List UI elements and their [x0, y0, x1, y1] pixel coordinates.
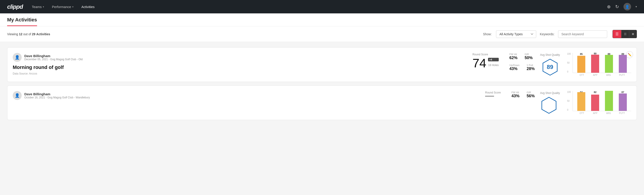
app-bar: 90	[588, 53, 602, 73]
avatar[interactable]: 👤	[624, 3, 631, 10]
ott-bar: 94	[574, 91, 588, 111]
arg-label: ARG	[602, 74, 615, 76]
app-value-label: 82	[594, 91, 596, 94]
round-score-group: Round Score 74 +4 18 Holes	[472, 53, 499, 70]
arg-label: ARG	[602, 112, 615, 114]
card-left: 👤 Dave Billingham October 16, 2021 - Gog…	[13, 91, 480, 103]
quality-section: Avg Shot Quality 89 100 50 0	[540, 53, 631, 76]
putt-label: PUTT	[615, 74, 628, 76]
quality-block: Avg Shot Quality	[540, 92, 560, 114]
activity-type-select[interactable]: All Activity Types	[496, 30, 536, 38]
show-label: Show:	[483, 32, 492, 36]
quality-label: Avg Shot Quality	[540, 92, 560, 94]
add-icon[interactable]: ⊕	[607, 4, 611, 9]
refresh-icon[interactable]: ↻	[615, 4, 619, 9]
user-info: 👤 Dave Billingham December 05, 2021 - Go…	[13, 53, 467, 62]
activity-card: 👤 Dave Billingham October 16, 2021 - Gog…	[7, 86, 637, 120]
updown-stat: Up/Down 43%	[510, 64, 520, 71]
avatar-chevron-icon[interactable]: ▾	[636, 5, 637, 8]
chart-y-labels: 100 50 0	[567, 91, 572, 111]
logo[interactable]: clippd	[7, 3, 23, 10]
app-bar: 82	[588, 91, 602, 111]
chart-y-labels: 100 50 0	[567, 53, 572, 73]
arg-bar: 106	[602, 91, 616, 111]
fw-hit-stat: FW Hit 43%	[512, 91, 520, 98]
navbar: clippd Teams ▾ Performance ▾ Activities …	[0, 0, 644, 14]
nav-item-teams[interactable]: Teams ▾	[32, 1, 44, 13]
grid-view-button[interactable]: ⁝⁝	[622, 30, 629, 38]
putt-bar: 89	[616, 53, 630, 73]
keywords-label: Keywords:	[540, 32, 554, 36]
search-input[interactable]	[558, 30, 607, 38]
compact-list-view-button[interactable]: ≡	[629, 30, 637, 38]
card-left: 👤 Dave Billingham December 05, 2021 - Go…	[13, 53, 467, 75]
round-score-value	[485, 95, 501, 96]
round-score-label: Round Score	[472, 53, 499, 56]
putt-value-label: 87	[622, 91, 624, 94]
score-number: 74	[472, 57, 486, 70]
chevron-down-icon: ▾	[72, 6, 74, 8]
nav-links: Teams ▾ Performance ▾ Activities	[32, 1, 598, 13]
filter-bar: Viewing 12 out of 29 Activities Show: Al…	[0, 26, 644, 42]
list-detail-icon: ☰	[616, 32, 618, 36]
hexagon	[540, 96, 558, 114]
person-icon: 👤	[15, 55, 20, 60]
fw-hit-stat: FW Hit 62%	[510, 53, 518, 60]
chart-x-labels: OTT APP ARG PUTT	[567, 74, 631, 76]
user-name: Dave Billingham	[24, 92, 90, 96]
list-detail-view-button[interactable]: ☰	[613, 30, 622, 38]
round-score-label: Round Score	[485, 91, 501, 94]
round-score-group: Round Score	[485, 91, 501, 96]
nav-right: ⊕ ↻ 👤 ▾	[607, 3, 637, 10]
user-date: October 16, 2021 - Gog Magog Golf Club -…	[24, 96, 90, 99]
compact-list-icon: ≡	[632, 32, 634, 36]
page-header: My Activities	[0, 14, 644, 26]
hexagon-container: 89	[540, 58, 560, 76]
activity-card: ✏️ 👤 Dave Billingham December 05, 2021 -…	[7, 47, 637, 82]
quality-section: Avg Shot Quality 100 50 0 94	[540, 91, 631, 114]
svg-marker-1	[542, 97, 556, 113]
page-title: My Activities	[7, 17, 37, 26]
ott-value-label: 85	[580, 53, 583, 55]
grid-icon: ⁝⁝	[624, 32, 626, 36]
view-toggle: ☰ ⁝⁝ ≡	[612, 30, 637, 38]
chart-x-labels: OTT APP ARG PUTT	[567, 112, 631, 114]
putt-bar: 87	[616, 91, 630, 111]
person-icon: 👤	[15, 93, 20, 98]
putt-label: PUTT	[615, 112, 628, 114]
ott-label: OTT	[575, 112, 588, 114]
user-date: December 05, 2021 - Gog Magog Golf Club …	[24, 58, 82, 61]
user-name: Dave Billingham	[24, 54, 82, 58]
card-stats: Round Score 74 +4 18 Holes FW Hit 62%	[472, 53, 535, 71]
ott-bar: 85	[574, 53, 588, 73]
hexagon: 89	[541, 58, 559, 76]
main-content: ✏️ 👤 Dave Billingham December 05, 2021 -…	[0, 42, 644, 129]
score-diff-badge: +4	[488, 58, 498, 61]
nav-item-activities[interactable]: Activities	[82, 1, 94, 13]
chart-area: 100 50 0 85	[567, 53, 631, 76]
chevron-down-icon: ▾	[43, 6, 44, 8]
score-holes: 18 Holes	[488, 64, 498, 67]
fw-gir-group: FW Hit 43% GIR 56%	[512, 91, 535, 98]
viewing-text: Viewing 12 out of 29 Activities	[7, 32, 479, 36]
quality-label: Avg Shot Quality	[540, 53, 560, 56]
avatar: 👤	[13, 91, 22, 100]
data-source: Data Source: Arccos	[13, 72, 467, 75]
arg-bar: 89	[602, 53, 616, 73]
oneputt-stat: 1 Putt 28%	[527, 64, 535, 71]
score-line	[485, 95, 494, 96]
card-stats: Round Score FW Hit 43% GIR 56%	[485, 91, 535, 98]
activity-title: Morning round of golf	[13, 64, 467, 70]
avatar: 👤	[13, 53, 22, 62]
round-score-value: 74 +4 18 Holes	[472, 57, 499, 70]
nav-item-performance[interactable]: Performance ▾	[52, 1, 74, 13]
hex-score: 89	[547, 64, 553, 70]
user-info: 👤 Dave Billingham October 16, 2021 - Gog…	[13, 91, 480, 100]
quality-block: Avg Shot Quality 89	[540, 53, 560, 76]
gir-stat: GIR 56%	[527, 91, 535, 98]
user-icon: 👤	[625, 5, 630, 9]
fw-gir-group: FW Hit 62% GIR 50% Up/Down 43% 1 Putt	[510, 53, 535, 71]
ott-label: OTT	[575, 74, 588, 76]
gir-stat: GIR 50%	[524, 53, 533, 60]
logo-text: clippd	[7, 3, 23, 10]
